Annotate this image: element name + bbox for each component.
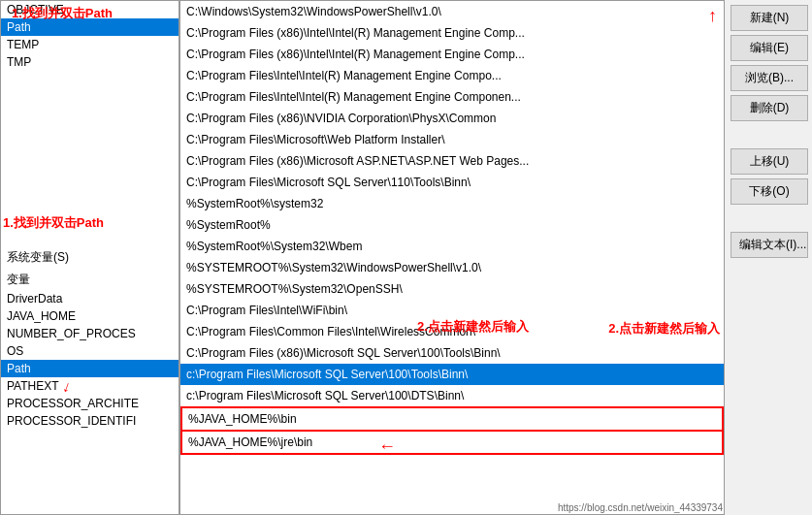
path-item-12[interactable]: %SYSTEMROOT%\System32\WindowsPowerShell\… (180, 257, 724, 278)
spacer-1 (731, 125, 808, 145)
sys-col-var: 变量 (7, 273, 30, 286)
path-item-20[interactable]: %JAVA_HOME%\jre\bin (180, 432, 724, 455)
list-item-proc-ident[interactable]: PROCESSOR_IDENTIFI (1, 412, 179, 430)
path-item-16[interactable]: C:\Program Files (x86)\Microsoft SQL Ser… (180, 342, 724, 364)
path-item-14[interactable]: C:\Program Files\Intel\WiFi\bin\ (180, 300, 724, 321)
left-panel: OBJCTIVE Path TEMP TMP 1.找到并双击Path 系统变量(… (0, 0, 179, 515)
path-item-17[interactable]: c:\Program Files\Microsoft SQL Server\10… (180, 364, 724, 385)
spacer-2 (731, 209, 808, 228)
list-item-path-user[interactable]: Path (1, 18, 179, 36)
path-item-7[interactable]: C:\Program Files (x86)\Microsoft ASP.NET… (180, 150, 724, 172)
system-vars-list: 变量 DriverData JAVA_HOME NUMBER_OF_PROCES… (1, 270, 179, 514)
main-container: OBJCTIVE Path TEMP TMP 1.找到并双击Path 系统变量(… (0, 0, 812, 515)
path-item-15[interactable]: C:\Program Files\Common Files\Intel\Wire… (180, 321, 724, 342)
path-item-19[interactable]: %JAVA_HOME%\bin (180, 406, 724, 432)
btn-down[interactable]: 下移(O) (731, 178, 808, 205)
list-item-os[interactable]: OS (1, 342, 179, 360)
system-vars-label: 系统变量(S) (1, 245, 179, 270)
list-item-objctive[interactable]: OBJCTIVE (1, 1, 179, 18)
path-item-1[interactable]: C:\Program Files (x86)\Intel\Intel(R) Ma… (180, 22, 724, 44)
side-buttons-panel: 新建(N) 编辑(E) 浏览(B)... 删除(D) 上移(U) 下移(O) 编… (727, 0, 812, 515)
list-item-tmp[interactable]: TMP (1, 53, 179, 71)
list-item-java-home[interactable]: JAVA_HOME (1, 307, 179, 325)
path-item-18[interactable]: c:\Program Files\Microsoft SQL Server\10… (180, 385, 724, 406)
list-item-driverdata[interactable]: DriverData (1, 290, 179, 307)
btn-delete[interactable]: 删除(D) (731, 95, 808, 121)
btn-browse[interactable]: 浏览(B)... (731, 65, 808, 91)
btn-edit-text[interactable]: 编辑文本(I)... (731, 232, 808, 258)
path-item-11[interactable]: %SystemRoot%\System32\Wbem (180, 236, 724, 257)
btn-edit[interactable]: 编辑(E) (731, 35, 808, 61)
path-item-13[interactable]: %SYSTEMROOT%\System32\OpenSSH\ (180, 278, 724, 300)
right-panel: C:\Windows\System32\WindowsPowerShell\v1… (179, 0, 812, 515)
path-item-0[interactable]: C:\Windows\System32\WindowsPowerShell\v1… (180, 1, 724, 22)
btn-new[interactable]: 新建(N) (731, 5, 808, 31)
list-item-path-sys[interactable]: Path (1, 360, 179, 377)
path-item-10[interactable]: %SystemRoot% (180, 214, 724, 236)
path-item-5[interactable]: C:\Program Files (x86)\NVIDIA Corporatio… (180, 108, 724, 129)
path-item-2[interactable]: C:\Program Files (x86)\Intel\Intel(R) Ma… (180, 44, 724, 65)
list-item-number-of-proc[interactable]: NUMBER_OF_PROCES (1, 325, 179, 342)
list-item-proc-arch[interactable]: PROCESSOR_ARCHITE (1, 395, 179, 412)
path-list-container: C:\Windows\System32\WindowsPowerShell\v1… (179, 0, 725, 515)
path-item-6[interactable]: C:\Program Files\Microsoft\Web Platform … (180, 129, 724, 150)
btn-up[interactable]: 上移(U) (731, 148, 808, 175)
user-vars-list: OBJCTIVE Path TEMP TMP (1, 1, 179, 245)
path-item-9[interactable]: %SystemRoot%\system32 (180, 193, 724, 214)
path-item-8[interactable]: C:\Program Files\Microsoft SQL Server\11… (180, 172, 724, 193)
list-item-temp[interactable]: TEMP (1, 36, 179, 53)
path-item-4[interactable]: C:\Program Files\Intel\Intel(R) Manageme… (180, 86, 724, 108)
path-item-3[interactable]: C:\Program Files\Intel\Intel(R) Manageme… (180, 65, 724, 86)
path-list[interactable]: C:\Windows\System32\WindowsPowerShell\v1… (180, 1, 724, 514)
list-item-pathext[interactable]: PATHEXT (1, 377, 179, 395)
sys-header-var: 变量 (1, 270, 179, 290)
